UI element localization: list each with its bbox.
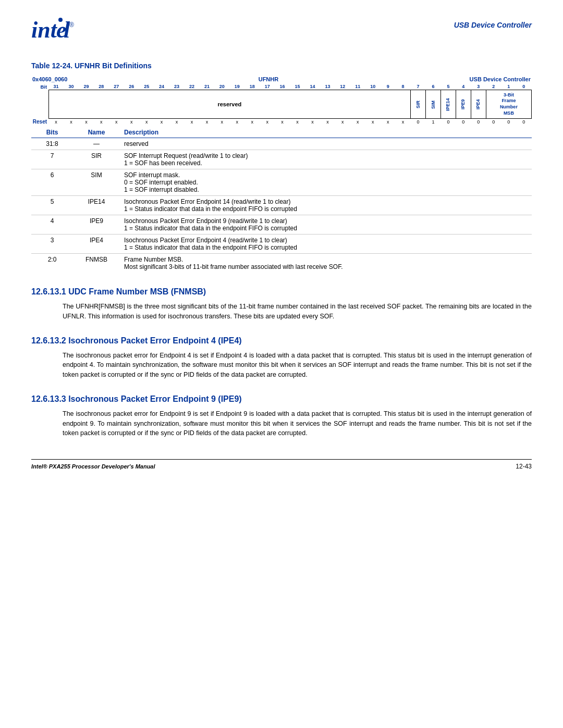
- bits-col-header: Bits: [31, 127, 73, 138]
- bit-1: 1: [501, 83, 516, 90]
- name-cell: IPE4: [73, 235, 120, 254]
- bit-11: 11: [350, 83, 365, 90]
- r0: 0: [516, 119, 531, 126]
- table-row: 5IPE14Isochronous Packet Error Endpoint …: [31, 196, 532, 215]
- bit-22: 22: [185, 83, 200, 90]
- name-col-header: Name: [73, 127, 120, 138]
- register-content-row: reserved SIR SIM IPE14 IPE9 IPE4 3-BitFr…: [31, 90, 532, 119]
- bit-23: 23: [169, 83, 185, 90]
- r31: x: [48, 119, 64, 126]
- name-cell: IPE9: [73, 215, 120, 235]
- r30: x: [64, 119, 79, 126]
- fnmsb-cell: 3-BitFrameNumberMSB: [486, 90, 531, 119]
- name-cell: —: [73, 138, 120, 150]
- bit-19: 19: [229, 83, 244, 90]
- desc-cell: SOF interrupt mask.0 = SOF interrupt ena…: [120, 169, 532, 196]
- page-footer: Intel® PXA255 Processor Developer's Manu…: [31, 459, 532, 470]
- section-2: 12.6.13.2 Isochronous Packet Error Endpo…: [31, 336, 532, 380]
- r16: x: [275, 119, 290, 126]
- bit-28: 28: [94, 83, 109, 90]
- ipe4-cell: IPE4: [471, 90, 486, 119]
- r26: x: [124, 119, 139, 126]
- r23: x: [169, 119, 185, 126]
- svg-text:int: int: [31, 17, 58, 43]
- bit-7: 7: [411, 83, 426, 90]
- svg-text:®: ®: [69, 21, 74, 29]
- table-title: Table 12-24. UFNHR Bit Definitions: [31, 61, 532, 70]
- bit-25: 25: [139, 83, 154, 90]
- table-row: 6SIMSOF interrupt mask.0 = SOF interrupt…: [31, 169, 532, 196]
- intel-logo: int e l ®: [31, 16, 78, 46]
- sim-cell: SIM: [426, 90, 441, 119]
- desc-cell: SOF Interrupt Request (read/write 1 to c…: [120, 150, 532, 169]
- r25: x: [139, 119, 154, 126]
- desc-cell: Frame Number MSB.Most significant 3-bits…: [120, 254, 532, 273]
- bit-definition-table: Bits Name Description 31:8—reserved7SIRS…: [31, 127, 532, 273]
- r29: x: [79, 119, 94, 126]
- r14: x: [305, 119, 320, 126]
- reserved-cell: reserved: [48, 90, 411, 119]
- reg-name: UFNHR: [259, 76, 279, 82]
- r19: x: [229, 119, 244, 126]
- bit-21: 21: [199, 83, 214, 90]
- section-2-body: The isochronous packet error for Endpoin…: [63, 351, 532, 380]
- table-row: 3IPE4Isochronous Packet Error Endpoint 4…: [31, 235, 532, 254]
- bit-9: 9: [381, 83, 396, 90]
- bit-20: 20: [214, 83, 229, 90]
- r22: x: [185, 119, 200, 126]
- table-row: 4IPE9Isochronous Packet Error Endpoint 9…: [31, 215, 532, 235]
- section-3-body: The isochronous packet error for Endpoin…: [63, 409, 532, 438]
- ipe9-cell: IPE9: [456, 90, 471, 119]
- desc-cell: Isochronous Packet Error Endpoint 9 (rea…: [120, 215, 532, 235]
- bit-16: 16: [275, 83, 290, 90]
- reg-address: 0x4060_0060: [32, 76, 67, 82]
- r6: 1: [426, 119, 441, 126]
- desc-cell: Isochronous Packet Error Endpoint 4 (rea…: [120, 235, 532, 254]
- bit-3: 3: [471, 83, 486, 90]
- reg-peripheral: USB Device Controller: [470, 76, 531, 82]
- r10: x: [365, 119, 381, 126]
- sir-cell: SIR: [411, 90, 426, 119]
- row-spacer: [31, 90, 48, 119]
- table-row: 7SIRSOF Interrupt Request (read/write 1 …: [31, 150, 532, 169]
- bits-cell: 2:0: [31, 254, 73, 273]
- r27: x: [109, 119, 124, 126]
- r15: x: [290, 119, 305, 126]
- footer-right: 12-43: [516, 463, 532, 470]
- bit-14: 14: [305, 83, 320, 90]
- register-bit-table: Bit 31 30 29 28 27 26 25 24 23 22 21 20 …: [31, 83, 532, 125]
- bit-0: 0: [516, 83, 531, 90]
- bit-31: 31: [48, 83, 64, 90]
- r21: x: [199, 119, 214, 126]
- name-cell: SIR: [73, 150, 120, 169]
- reg-info-row: 0x4060_0060 UFNHR USB Device Controller: [31, 76, 532, 82]
- header-title: USB Device Controller: [454, 21, 532, 29]
- bit-numbers-row: Bit 31 30 29 28 27 26 25 24 23 22 21 20 …: [31, 83, 532, 90]
- section-3: 12.6.13.3 Isochronous Packet Error Endpo…: [31, 394, 532, 438]
- r1: 0: [501, 119, 516, 126]
- section-1: 12.6.13.1 UDC Frame Number MSB (FNMSB) T…: [31, 287, 532, 322]
- page-header: int e l ® USB Device Controller: [31, 16, 532, 46]
- bits-cell: 5: [31, 196, 73, 215]
- bit-29: 29: [79, 83, 94, 90]
- bit-10: 10: [365, 83, 381, 90]
- reset-row: Reset x x x x x x x x x x x x x x x x x …: [31, 119, 532, 126]
- section-3-heading: 12.6.13.3 Isochronous Packet Error Endpo…: [31, 394, 532, 404]
- bit-8: 8: [396, 83, 411, 90]
- r4: 0: [456, 119, 471, 126]
- bit-13: 13: [320, 83, 335, 90]
- r17: x: [260, 119, 275, 126]
- section-2-heading: 12.6.13.2 Isochronous Packet Error Endpo…: [31, 336, 532, 346]
- bits-cell: 3: [31, 235, 73, 254]
- r12: x: [335, 119, 350, 126]
- bit-2: 2: [486, 83, 501, 90]
- bits-cell: 31:8: [31, 138, 73, 150]
- svg-point-3: [58, 18, 63, 22]
- bit-24: 24: [154, 83, 169, 90]
- r18: x: [244, 119, 260, 126]
- desc-cell: Isochronous Packet Error Endpoint 14 (re…: [120, 196, 532, 215]
- desc-cell: reserved: [120, 138, 532, 150]
- bit-6: 6: [426, 83, 441, 90]
- name-cell: FNMSB: [73, 254, 120, 273]
- r9: x: [381, 119, 396, 126]
